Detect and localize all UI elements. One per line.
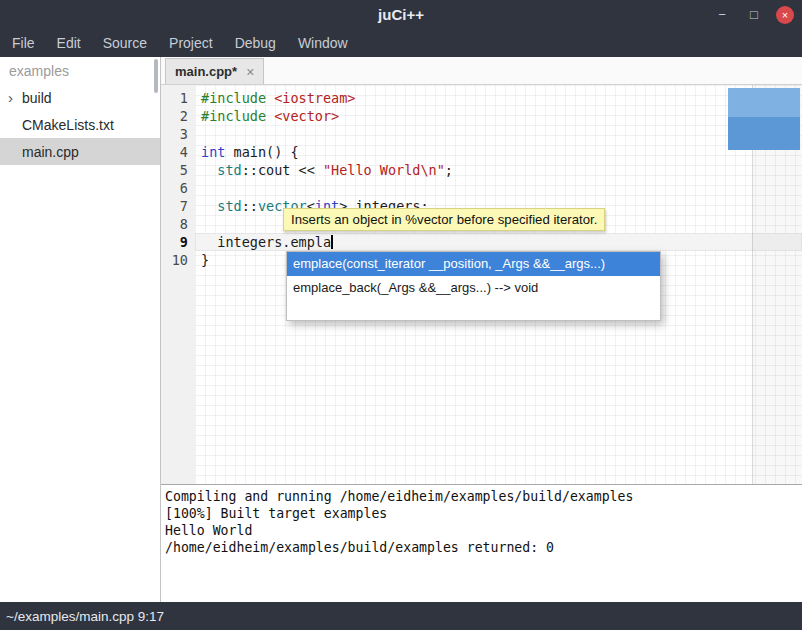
line-number: 3: [161, 125, 195, 143]
code-segment: "Hello World\n": [323, 162, 445, 178]
code-line-3[interactable]: [195, 125, 802, 143]
code-line-1[interactable]: #include <iostream>: [195, 89, 802, 107]
tab-close-icon[interactable]: ×: [246, 64, 254, 80]
menu-debug[interactable]: Debug: [224, 30, 287, 57]
tab-label: main.cpp*: [175, 64, 237, 79]
menu-file[interactable]: File: [1, 30, 46, 57]
tree-item-cmakelists-txt[interactable]: CMakeLists.txt: [0, 111, 160, 138]
line-number: 10: [161, 251, 195, 269]
code-line-5[interactable]: std::cout << "Hello World\n";: [195, 161, 802, 179]
file-label: CMakeLists.txt: [22, 117, 114, 133]
console-line-1: [100%] Built target examples: [165, 505, 798, 522]
line-number: 1: [161, 89, 195, 107]
line-number: 5: [161, 161, 195, 179]
code-segment: std: [217, 198, 241, 214]
menu-project[interactable]: Project: [158, 30, 224, 57]
code-segment: int: [201, 144, 225, 160]
line-number: 6: [161, 179, 195, 197]
completion-item-0[interactable]: emplace(const_iterator __position, _Args…: [287, 252, 660, 276]
code-segment: ::cout <<: [242, 162, 323, 178]
code-segment: <iostream>: [274, 90, 355, 106]
code-line-9[interactable]: integers.empla: [195, 233, 802, 251]
code-segment: #include: [201, 90, 266, 106]
tab-main-cpp[interactable]: main.cpp* ×: [165, 58, 264, 84]
code-segment: [266, 108, 274, 124]
title-bar: juCi++ − □ ×: [0, 0, 802, 30]
code-segment: ;: [445, 162, 453, 178]
output-console[interactable]: Compiling and running /home/eidheim/exam…: [161, 484, 802, 602]
line-number: 7: [161, 197, 195, 215]
code-segment: std: [217, 162, 241, 178]
line-number: 2: [161, 107, 195, 125]
menu-edit[interactable]: Edit: [46, 30, 92, 57]
tree-item-build[interactable]: ›build: [0, 84, 160, 111]
line-number-gutter: 12345678910: [161, 85, 195, 484]
project-name: examples: [0, 57, 160, 84]
code-segment: integers.empla: [201, 234, 331, 250]
code-line-2[interactable]: #include <vector>: [195, 107, 802, 125]
file-label: main.cpp: [22, 144, 79, 160]
code-segment: [201, 162, 217, 178]
menu-window[interactable]: Window: [287, 30, 359, 57]
window-title: juCi++: [0, 0, 802, 30]
autocomplete-popup: emplace(const_iterator __position, _Args…: [286, 251, 661, 321]
code-segment: [201, 198, 217, 214]
tree-item-main-cpp[interactable]: main.cpp: [0, 138, 160, 165]
code-segment: [266, 90, 274, 106]
minimize-icon[interactable]: −: [712, 5, 732, 25]
restore-icon[interactable]: □: [744, 5, 764, 25]
window-controls: − □ ×: [712, 0, 794, 30]
line-number: 9: [161, 233, 195, 251]
app-window: juCi++ − □ × FileEditSourceProjectDebugW…: [0, 0, 802, 630]
code-line-4[interactable]: int main() {: [195, 143, 802, 161]
code-line-6[interactable]: [195, 179, 802, 197]
file-tree: ›buildCMakeLists.txtmain.cpp: [0, 84, 160, 165]
text-caret: [331, 235, 333, 249]
code-segment: <vector>: [274, 108, 339, 124]
file-label: build: [22, 90, 52, 106]
completion-item-1[interactable]: emplace_back(_Args &&__args...) --> void: [287, 276, 660, 300]
doc-tooltip: Inserts an object in %vector before spec…: [283, 208, 605, 231]
code-editor[interactable]: 12345678910 #include <iostream>#include …: [161, 85, 802, 484]
chevron-right-icon: ›: [8, 91, 22, 105]
line-number: 8: [161, 215, 195, 233]
close-icon[interactable]: ×: [776, 6, 794, 24]
sidebar-scrollbar[interactable]: [154, 59, 158, 93]
status-bar: ~/examples/main.cpp 9:17: [0, 602, 802, 630]
code-segment: ::: [242, 198, 258, 214]
console-line-0: Compiling and running /home/eidheim/exam…: [165, 488, 798, 505]
menu-bar: FileEditSourceProjectDebugWindow: [0, 30, 802, 57]
editor-scrollbar-thumb[interactable]: [728, 88, 800, 150]
console-line-2: Hello World: [165, 522, 798, 539]
console-line-3: /home/eidheim/examples/build/examples re…: [165, 539, 798, 556]
code-segment: main() {: [225, 144, 298, 160]
menu-source[interactable]: Source: [92, 30, 158, 57]
status-file-position: ~/examples/main.cpp 9:17: [6, 609, 164, 624]
code-segment: }: [201, 252, 209, 268]
code-segment: #include: [201, 108, 266, 124]
line-number: 4: [161, 143, 195, 161]
tab-bar: main.cpp* ×: [161, 57, 802, 85]
file-tree-panel: examples ›buildCMakeLists.txtmain.cpp: [0, 57, 161, 602]
